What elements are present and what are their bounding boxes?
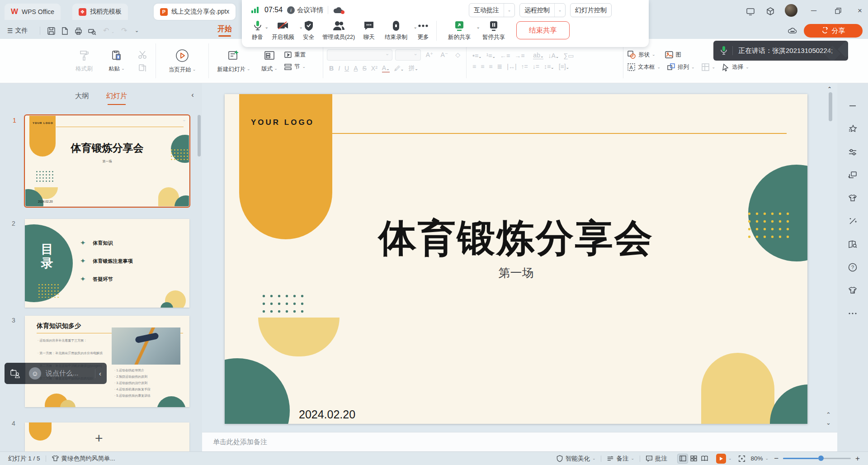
- end-recording-button[interactable]: 结束录制 ⌄: [377, 19, 415, 42]
- undo-button[interactable]: ↶ ⌄: [103, 26, 114, 35]
- slide-thumbnail-1[interactable]: YOUR LOGO 体育锻炼分享会 第一场 2024.02.20: [25, 115, 189, 207]
- new-share-button[interactable]: 新的共享 ⌄: [441, 19, 477, 42]
- normal-view-button[interactable]: [677, 454, 688, 464]
- clear-format-icon[interactable]: ◇: [455, 51, 460, 58]
- strikethrough-button[interactable]: S: [362, 65, 366, 72]
- slide-control-button[interactable]: 幻灯片控制: [570, 3, 612, 17]
- tab-outline[interactable]: 大纲: [75, 91, 89, 101]
- smart-beautify-icon[interactable]: [847, 216, 858, 227]
- font-size-select[interactable]: [395, 49, 420, 61]
- slide-sorter-view-button[interactable]: [688, 454, 699, 464]
- align-left-button[interactable]: ≡: [472, 63, 476, 70]
- format-painter-button[interactable]: 格式刷: [68, 39, 100, 83]
- pause-share-button[interactable]: 暂停共享: [477, 19, 510, 42]
- section-button[interactable]: 节⌄: [284, 63, 319, 71]
- comments-button[interactable]: 批注: [646, 455, 667, 463]
- emoji-button[interactable]: ☺: [29, 367, 41, 380]
- align-center-button[interactable]: ≡: [481, 63, 484, 70]
- textbox-button[interactable]: A 文本框⌄: [627, 63, 660, 71]
- screen-cast-icon[interactable]: [746, 7, 755, 16]
- paste-button[interactable]: 粘贴⌄: [100, 39, 133, 83]
- increase-indent-button[interactable]: →≡: [514, 52, 524, 59]
- notes-bar[interactable]: 单击此处添加备注: [202, 432, 837, 451]
- add-slide-button[interactable]: +: [95, 431, 103, 446]
- align-right-button[interactable]: ≡: [489, 63, 492, 70]
- decrease-font-icon[interactable]: A⁻: [440, 51, 448, 58]
- zoom-slider-handle[interactable]: [818, 456, 824, 461]
- zoom-in-button[interactable]: +: [855, 454, 860, 463]
- text-direction-button[interactable]: ↓A⌄: [548, 52, 559, 59]
- mute-button[interactable]: 静音 ⌄: [249, 19, 266, 42]
- collapse-sidebar-icon[interactable]: [847, 100, 858, 111]
- distribute-button[interactable]: |↔|: [507, 63, 516, 70]
- bold-button[interactable]: B: [329, 65, 334, 72]
- highlight-color-button[interactable]: 🖉⌄: [394, 65, 404, 72]
- file-menu[interactable]: ☰ 文件: [7, 25, 28, 37]
- animation-pane-icon[interactable]: [847, 170, 858, 180]
- merge-shapes-button[interactable]: ⌄: [701, 63, 716, 71]
- print-preview-icon[interactable]: [88, 27, 96, 35]
- slideshow-play-button[interactable]: ⌄: [716, 454, 732, 464]
- para-spacing-button[interactable]: ↓=: [533, 63, 539, 70]
- search-reference-icon[interactable]: [847, 239, 858, 250]
- tab-docer-templates[interactable]: ❖ 找稻壳模板: [72, 4, 128, 20]
- redo-button[interactable]: ↷: [121, 26, 127, 35]
- end-share-button[interactable]: 结束共享: [516, 21, 570, 39]
- copy-button[interactable]: [138, 63, 147, 72]
- slide-thumbnail-2[interactable]: 目录 ✦体育知识 ✦体育锻炼注意事项 ✦答疑环节: [25, 219, 189, 308]
- tab-slides[interactable]: 幻灯片: [106, 91, 127, 101]
- template-info[interactable]: 黄绿色简约风简单...: [52, 455, 115, 463]
- underline-button[interactable]: U: [344, 65, 349, 72]
- fit-to-window-button[interactable]: [738, 455, 745, 462]
- collapse-panel-icon[interactable]: ‹: [191, 90, 194, 100]
- spacing-options-button[interactable]: ↕≡⌄: [544, 63, 554, 70]
- manage-members-button[interactable]: 管理成员(22): [317, 19, 360, 42]
- cut-button[interactable]: [137, 50, 147, 60]
- save-icon[interactable]: [47, 27, 56, 35]
- char-spacing-button[interactable]: ab⌄: [533, 52, 543, 59]
- chat-collapse-icon[interactable]: ‹: [99, 370, 101, 377]
- phonetic-guide-button[interactable]: 拼⌄: [408, 64, 418, 72]
- next-slide-button[interactable]: ⌄: [826, 420, 831, 426]
- remote-control-button[interactable]: 远程控制⌄: [519, 3, 566, 17]
- template-library-icon[interactable]: [847, 285, 858, 296]
- shapes-button[interactable]: 形状⌄: [627, 50, 656, 59]
- slide-thumbnail-4[interactable]: [25, 422, 189, 451]
- char-border-button[interactable]: A̲: [354, 65, 358, 72]
- italic-button[interactable]: I: [338, 65, 340, 72]
- help-icon[interactable]: ?: [847, 262, 858, 273]
- app-box-icon[interactable]: [766, 7, 775, 16]
- slide-editing-surface[interactable]: YOUR LOGO 体育锻炼分享会 第一场 2024.02.20: [225, 94, 807, 424]
- export-icon[interactable]: [61, 27, 69, 35]
- share-button[interactable]: 分享: [804, 24, 863, 38]
- tab-current-document[interactable]: P 线上交流分享会.pptx: [154, 4, 236, 20]
- text-autofit-button[interactable]: [≡]⌄: [559, 63, 570, 70]
- restore-button[interactable]: [832, 5, 844, 17]
- font-color-button[interactable]: A⌄: [382, 64, 390, 73]
- justify-button[interactable]: ≣: [497, 63, 503, 70]
- cloud-record-icon[interactable]: [333, 6, 344, 14]
- select-button[interactable]: 选择⌄: [722, 63, 749, 71]
- smart-beautify-button[interactable]: 智能美化⌄: [556, 455, 596, 463]
- arrange-button[interactable]: 排列⌄: [667, 63, 695, 71]
- bullet-list-button[interactable]: •≡⌄: [472, 52, 482, 59]
- annotate-dropdown[interactable]: ⌄: [504, 4, 514, 17]
- reading-view-button[interactable]: [699, 454, 710, 464]
- reset-button[interactable]: 重置: [284, 51, 319, 59]
- start-video-button[interactable]: 开启视频 ⌄: [266, 19, 300, 42]
- zoom-level[interactable]: 80%⌄: [751, 455, 769, 462]
- minimize-button[interactable]: ─: [807, 5, 820, 17]
- chat-mode-button[interactable]: [5, 363, 25, 384]
- ribbon-tab-home[interactable]: 开始: [217, 24, 232, 34]
- user-avatar[interactable]: [785, 4, 797, 17]
- new-features-icon[interactable]: [847, 123, 858, 134]
- panel-scrollbar[interactable]: [198, 115, 201, 157]
- more-button[interactable]: 更多: [415, 19, 432, 42]
- decrease-indent-button[interactable]: ←≡: [500, 52, 510, 59]
- canvas-scrollbar[interactable]: [829, 92, 832, 121]
- increase-font-icon[interactable]: A⁺: [426, 51, 434, 58]
- notes-toggle-button[interactable]: 备注⌄: [607, 455, 634, 463]
- play-from-current-button[interactable]: 当页开始⌄: [160, 39, 205, 83]
- interactive-annotate-button[interactable]: 互动批注⌄: [469, 3, 515, 17]
- more-tools-icon[interactable]: [847, 308, 858, 319]
